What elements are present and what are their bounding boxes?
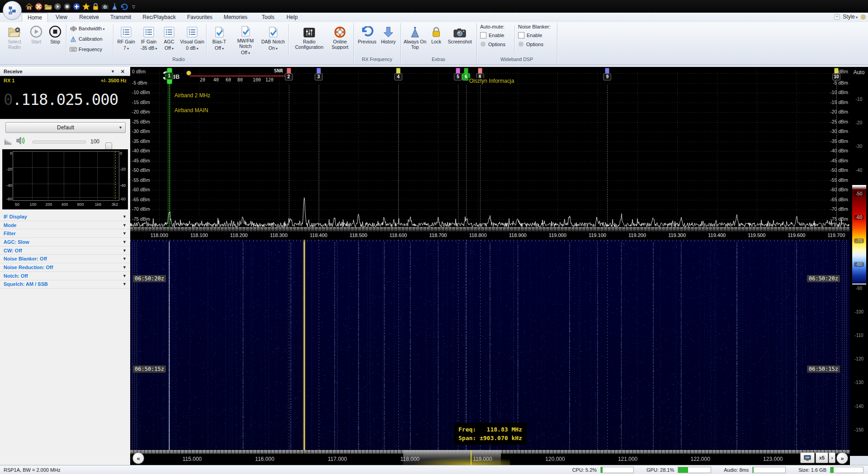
online-support-button[interactable]: Online Support — [328, 24, 352, 56]
tab-rec-playback[interactable]: Rec/Playback — [138, 13, 180, 22]
dsp-item-mode[interactable]: Mode▼ — [0, 221, 130, 230]
panel-dropdown-icon[interactable]: ▼ — [111, 67, 115, 76]
speaker-icon[interactable] — [16, 137, 25, 145]
dsp-item-cw-off[interactable]: CW: Off▼ — [0, 246, 130, 255]
waterfall-display[interactable]: 06:50:20z06:50:20z06:50:15z06:50:15z Fre… — [130, 240, 850, 450]
lock-icon[interactable] — [91, 2, 99, 10]
checkbox[interactable] — [518, 32, 524, 38]
start-button[interactable]: Start — [27, 24, 45, 56]
gain-button-rf-gain[interactable]: RF Gain7 — [116, 24, 137, 56]
dsp-item-noise-blanker-off[interactable]: Noise Blanker: Off▼ — [0, 255, 130, 263]
options-row[interactable]: Options — [518, 41, 553, 47]
stop-icon[interactable] — [63, 2, 71, 10]
chevron-down-icon[interactable]: ▼ — [123, 256, 127, 261]
open-folder-icon[interactable] — [44, 2, 52, 10]
display-mode-button[interactable] — [800, 452, 815, 463]
volume-slider[interactable] — [33, 141, 86, 143]
app-menu-orb[interactable] — [3, 1, 22, 20]
marker-badge[interactable]: 5 — [454, 73, 462, 81]
marker-badge[interactable]: 1 — [165, 72, 173, 80]
marker-badge[interactable]: 3 — [315, 73, 323, 81]
equalizer-icon[interactable] — [5, 137, 13, 145]
style-menu[interactable]: Style — [843, 14, 858, 20]
tab-favourites[interactable]: Favourites — [183, 13, 217, 22]
settings-gear-icon[interactable] — [860, 14, 866, 20]
calibration-button[interactable]: Calibration — [70, 34, 111, 43]
palette-gradient-bar[interactable] — [852, 185, 866, 284]
collapse-ribbon-icon[interactable]: ᴖ — [834, 14, 840, 20]
switch-button-dab-notch[interactable]: DAB NotchOn — [260, 24, 286, 56]
history-button[interactable]: History — [379, 24, 398, 56]
chevron-down-icon[interactable]: ▼ — [123, 223, 127, 228]
receive-panel-header[interactable]: Receive ▼ ✕ — [0, 67, 130, 76]
scroll-left-button[interactable]: « — [132, 452, 144, 464]
play-icon[interactable] — [53, 2, 61, 10]
chevron-down-icon[interactable]: ▼ — [123, 214, 127, 219]
zoom-expand-button[interactable]: › — [829, 452, 835, 463]
panel-close-icon[interactable]: ✕ — [121, 67, 125, 76]
tuned-frequency-value[interactable]: 0.118.025.000 — [4, 90, 127, 109]
dsp-item-squelch-am-ssb[interactable]: Squelch: AM / SSB▼ — [0, 280, 130, 289]
switch-button-bias-t[interactable]: Bias-TOff — [209, 24, 230, 56]
tab-memories[interactable]: Memories — [220, 13, 251, 22]
home-icon[interactable] — [25, 2, 33, 10]
favourites-icon[interactable] — [82, 2, 90, 10]
screenshot-button[interactable]: Screenshot — [446, 24, 474, 56]
marker-badge[interactable]: 4 — [394, 73, 402, 81]
palette-auto-button[interactable]: Auto — [852, 69, 866, 77]
options-row[interactable]: Options — [480, 41, 515, 47]
marker-badge[interactable]: 10 — [832, 73, 840, 81]
palette-tick-value: -30 — [856, 144, 862, 149]
bandwidth-button[interactable]: Bandwidth — [70, 24, 111, 33]
metric-meter — [752, 467, 786, 473]
chevron-down-icon[interactable]: ▼ — [123, 274, 127, 278]
chevron-down-icon[interactable]: ▼ — [123, 240, 127, 244]
stop-button[interactable]: Stop — [46, 24, 64, 56]
gain-button-agc[interactable]: AGCOff — [160, 24, 178, 56]
band-navigation-bar[interactable]: 115.000116.000117.000118.000119.000120.0… — [130, 450, 850, 465]
select-radio-button[interactable]: Select Radio — [4, 24, 25, 56]
frequency-button[interactable]: Frequency — [70, 45, 111, 54]
enable-checkbox-row[interactable]: Enable — [518, 32, 553, 38]
enable-checkbox-row[interactable]: Enable — [480, 32, 515, 38]
preset-dropdown[interactable]: Default — [5, 122, 126, 133]
more-icon[interactable] — [129, 2, 137, 10]
online-support-button-label: Online Support — [328, 39, 352, 50]
marker-badge[interactable]: 9 — [603, 73, 611, 81]
screenshot-icon[interactable] — [101, 2, 109, 10]
checkbox[interactable] — [480, 32, 486, 38]
lock-button[interactable]: Lock — [429, 24, 444, 56]
spectrum-display[interactable]: 0 dBm 3 dB SNR 20406080100120 -5 dBm-10 … — [130, 67, 850, 240]
gain-button-if-gain[interactable]: IF Gain-35 dB — [138, 24, 159, 56]
gain-button-visual-gain[interactable]: Visual Gain0 dB — [180, 24, 204, 56]
zoom-factor-button[interactable]: x5 — [816, 452, 828, 463]
always-on-top-button[interactable]: Always On Top — [403, 24, 427, 56]
tab-view[interactable]: View — [51, 13, 72, 22]
performance-metrics: CPU: 5.2%GPU: 28.1%Audio: 8msSize: 1.6 G… — [560, 467, 863, 473]
dsp-item-agc-slow[interactable]: AGC: Slow▼ — [0, 238, 130, 246]
marker-badge[interactable]: 2 — [285, 73, 293, 81]
dsp-item-if-display[interactable]: IF Display▼ — [0, 213, 130, 221]
switch-button-mw-fm-notch[interactable]: MW/FM NotchOff — [231, 24, 259, 56]
dsp-item-noise-reduction-off[interactable]: Noise Reduction: Off▼ — [0, 263, 130, 272]
tab-help[interactable]: Help — [282, 13, 302, 22]
add-icon[interactable] — [72, 2, 80, 10]
chevron-down-icon[interactable]: ▼ — [123, 248, 127, 253]
metric-label: CPU: 5.2% — [572, 467, 597, 473]
antenna-icon[interactable] — [110, 2, 118, 10]
dbm-tick-left: -70 dBm — [132, 206, 150, 212]
chevron-down-icon[interactable]: ▼ — [123, 282, 127, 286]
tab-tools[interactable]: Tools — [257, 13, 279, 22]
chevron-down-icon[interactable]: ▼ — [123, 231, 127, 236]
chevron-down-icon[interactable]: ▼ — [123, 265, 127, 270]
scroll-right-button[interactable]: » — [836, 452, 848, 464]
dsp-item-notch-off[interactable]: Notch: Off▼ — [0, 272, 130, 280]
tab-transmit[interactable]: Transmit — [106, 13, 136, 22]
tab-receive[interactable]: Receive — [75, 13, 103, 22]
tab-home[interactable]: Home — [22, 13, 48, 22]
radio-configuration-button[interactable]: Radio Configuration — [291, 24, 327, 56]
support-icon[interactable] — [34, 2, 42, 10]
dsp-item-filter[interactable]: Filter▼ — [0, 229, 130, 238]
undo-icon[interactable] — [120, 2, 128, 10]
previous-button[interactable]: Previous — [356, 24, 378, 56]
